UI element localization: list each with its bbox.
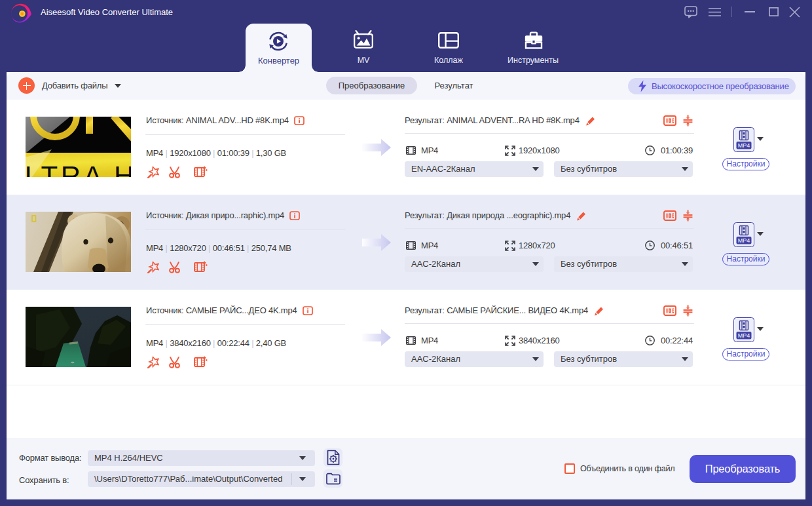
svg-text:ULTRA HD: ULTRA HD xyxy=(26,161,131,177)
